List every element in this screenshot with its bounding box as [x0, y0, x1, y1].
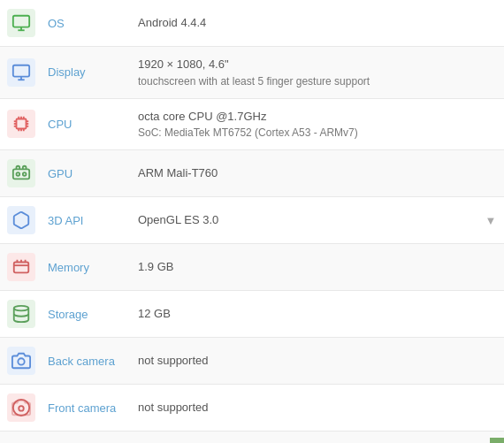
display-icon: [7, 58, 35, 87]
label-frontcam: Front camera: [42, 385, 131, 432]
svg-point-20: [17, 172, 20, 176]
label-display: Display: [42, 47, 131, 99]
cpu-icon: [7, 110, 35, 138]
svg-rect-22: [14, 263, 29, 273]
icon-cell-gpu: [0, 150, 42, 197]
arrow-empty: [477, 385, 504, 432]
row-backcam: Back camera not supported: [0, 338, 504, 385]
icon-cell-3dapi: [0, 197, 42, 244]
row-storage: Storage 12 GB: [0, 291, 504, 338]
value-primary-storage: 12 GB: [138, 305, 470, 323]
backcam-icon: [7, 347, 35, 375]
icon-cell-cpu: [0, 98, 42, 150]
value-os: Android 4.4.4: [131, 0, 477, 47]
value-3dapi: OpenGL ES 3.0: [131, 197, 477, 244]
gpu-icon: [7, 159, 35, 187]
storage-icon: [7, 300, 35, 328]
arrow-empty: [477, 150, 504, 197]
icon-cell-frontcam: [0, 385, 42, 432]
value-primary-cpu: octa core CPU @1.7GHz: [138, 108, 470, 126]
label-os: OS: [42, 0, 131, 47]
arrow-empty: [477, 244, 504, 291]
svg-rect-0: [13, 16, 29, 27]
svg-rect-6: [17, 119, 27, 129]
label-backcam: Back camera: [42, 338, 131, 385]
label-storage: Storage: [42, 291, 131, 338]
value-storage: 12 GB: [131, 291, 477, 338]
value-primary-display: 1920 × 1080, 4.6": [138, 56, 470, 73]
arrow-3dapi[interactable]: ▼: [477, 197, 504, 244]
icon-cell-storage: [0, 291, 42, 338]
arrow-empty: [477, 338, 504, 385]
value-display: 1920 × 1080, 4.6" touchscreen with at le…: [131, 47, 477, 99]
os-icon: [7, 9, 35, 37]
value-secondary-cpu: SoC: MediaTek MT6752 (Cortex A53 - ARMv7…: [138, 125, 470, 141]
row-gpu: GPU ARM Mali-T760: [0, 150, 504, 197]
icon-cell-os: [0, 0, 42, 47]
row-frontcam: Front camera not supported: [0, 385, 504, 432]
row-os: OS Android 4.4.4: [0, 0, 504, 47]
watermark: [490, 438, 504, 443]
svg-point-27: [14, 306, 29, 311]
label-memory: Memory: [42, 244, 131, 291]
value-gpu: ARM Mali-T760: [131, 150, 477, 197]
row-memory: Memory 1.9 GB: [0, 244, 504, 291]
arrow-empty: [477, 291, 504, 338]
value-primary-gpu: ARM Mali-T760: [138, 164, 470, 182]
value-features: accelerometer : ✔ barometer : ✖ bluetoot…: [131, 432, 504, 444]
icon-cell-display: [0, 47, 42, 99]
value-primary-memory: 1.9 GB: [138, 258, 470, 276]
row-features: Features accelerometer : ✔ barometer : ✖…: [0, 432, 504, 444]
svg-point-28: [18, 358, 24, 364]
value-primary-frontcam: not supported: [138, 399, 470, 416]
value-cpu: octa core CPU @1.7GHz SoC: MediaTek MT67…: [131, 98, 477, 150]
value-secondary-display: touchscreen with at least 5 finger gestu…: [138, 73, 470, 89]
row-cpu: CPU octa core CPU @1.7GHz SoC: MediaTek …: [0, 98, 504, 150]
value-primary-3dapi: OpenGL ES 3.0: [138, 211, 470, 229]
arrow-empty: [477, 0, 504, 47]
arrow-empty: [477, 47, 504, 99]
label-features: Features: [42, 432, 131, 444]
icon-cell-backcam: [0, 338, 42, 385]
specs-table: OS Android 4.4.4 Display 1920 × 1080, 4.…: [0, 0, 504, 443]
label-gpu: GPU: [42, 150, 131, 197]
value-frontcam: not supported: [131, 385, 477, 432]
value-primary-os: Android 4.4.4: [138, 14, 470, 32]
icon-cell-features: [0, 432, 42, 444]
3dapi-icon: [7, 206, 35, 234]
memory-icon: [7, 253, 35, 281]
value-backcam: not supported: [131, 338, 477, 385]
frontcam-icon: [7, 393, 35, 422]
label-cpu: CPU: [42, 98, 131, 150]
svg-point-21: [23, 172, 27, 176]
row-3dapi: 3D API OpenGL ES 3.0 ▼: [0, 197, 504, 244]
arrow-empty: [477, 98, 504, 150]
row-display: Display 1920 × 1080, 4.6" touchscreen wi…: [0, 47, 504, 99]
value-primary-backcam: not supported: [138, 352, 470, 370]
svg-rect-3: [13, 65, 29, 77]
label-3dapi: 3D API: [42, 197, 131, 244]
svg-point-30: [19, 406, 24, 411]
value-memory: 1.9 GB: [131, 244, 477, 291]
icon-cell-memory: [0, 244, 42, 291]
